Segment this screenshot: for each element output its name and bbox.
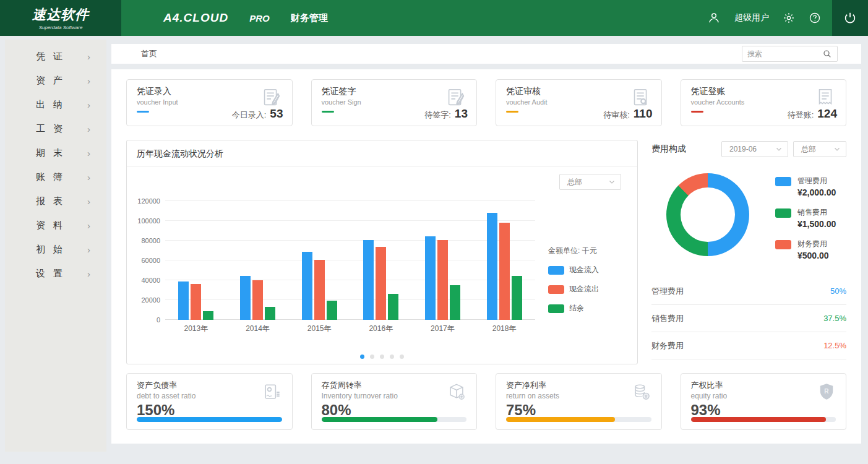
ratio-subtitle: equity ratio xyxy=(691,392,836,400)
sidebar-item-data[interactable]: 资料› xyxy=(5,213,106,238)
x-tick-label: 2015年 xyxy=(302,324,337,334)
expense-row-percent: 37.5% xyxy=(823,314,846,323)
month-select[interactable]: 2019-06 xyxy=(721,141,788,157)
breadcrumb-home[interactable]: 首页 xyxy=(141,48,157,59)
app-logo: 速达软件 Superdata Software xyxy=(0,0,121,36)
search-input[interactable] xyxy=(747,49,822,58)
legend-swatch xyxy=(548,285,564,294)
chevron-down-icon xyxy=(608,178,616,186)
settings-gear-icon[interactable] xyxy=(783,12,795,24)
sidebar-item-label: 设置 xyxy=(36,268,87,280)
branch-select[interactable]: 总部 xyxy=(559,174,621,190)
kpi-card-voucher-input[interactable]: 凭证录入 voucher Input 今日录入:53 xyxy=(126,79,293,126)
kpi-stat-value: 13 xyxy=(455,107,468,121)
chevron-right-icon: › xyxy=(87,148,90,158)
legend-amount: ¥1,500.00 xyxy=(797,219,836,229)
carousel-dot[interactable] xyxy=(380,354,384,359)
sidebar-item-period-end[interactable]: 期末› xyxy=(5,141,106,165)
x-tick-label: 2017年 xyxy=(425,324,460,334)
ratio-title: 资产负债率 xyxy=(137,380,282,391)
kpi-card-row: 凭证录入 voucher Input 今日录入:53 凭证签字 voucher … xyxy=(126,79,846,126)
x-axis-labels: 2013年2014年2015年2016年2017年2018年 xyxy=(165,324,535,334)
expense-row-finance: 财务费用 12.5% xyxy=(651,332,846,359)
middle-row: 历年现金流动状况分析 总部 02000040000600008000010000… xyxy=(126,140,846,364)
sidebar-item-label: 资产 xyxy=(36,75,87,87)
ratio-card-row: 资产负债率 debt to asset ratio 150% 存货周转率 Inv… xyxy=(126,373,846,430)
legend-item-outflow: 现金流出 xyxy=(548,284,622,294)
carousel-dot[interactable] xyxy=(370,354,374,359)
search-icon[interactable] xyxy=(822,49,832,59)
ratio-card-return-on-assets: 资产净利率 return on assets 75% xyxy=(496,373,662,430)
expense-row-percent: 12.5% xyxy=(823,341,846,350)
expense-row-percent: 50% xyxy=(830,286,846,296)
sidebar-item-payroll[interactable]: 工资› xyxy=(5,117,106,141)
breadcrumb-bar: 首页 xyxy=(111,44,861,64)
username-label[interactable]: 超级用户 xyxy=(734,12,769,24)
kpi-card-voucher-audit[interactable]: 凭证审核 voucher Audit 待审核:110 xyxy=(496,79,662,126)
expense-title: 费用构成 xyxy=(651,144,716,155)
legend-item-balance: 结余 xyxy=(548,303,622,314)
sidebar-item-label: 工资 xyxy=(36,123,87,135)
bar xyxy=(512,276,522,320)
search-box[interactable] xyxy=(742,46,838,62)
box-icon xyxy=(445,381,468,406)
chevron-right-icon: › xyxy=(87,196,90,207)
carousel-dots xyxy=(127,354,637,359)
legend-swatch xyxy=(775,177,791,186)
header-actions: 超级用户 xyxy=(707,0,832,36)
sidebar-item-settings[interactable]: 设置› xyxy=(5,262,106,286)
branch-select-value: 总部 xyxy=(567,177,582,187)
y-tick-label: 0 xyxy=(157,316,160,324)
bar xyxy=(437,240,448,320)
kpi-card-voucher-sign[interactable]: 凭证签字 voucher Sign 待签字:13 xyxy=(311,79,478,126)
legend-swatch xyxy=(775,208,791,218)
sidebar-item-label: 凭证 xyxy=(36,51,87,62)
carousel-dot[interactable] xyxy=(400,354,404,359)
sidebar-item-label: 期末 xyxy=(36,147,87,159)
bar-group xyxy=(240,201,275,320)
chevron-right-icon: › xyxy=(87,124,90,134)
ratio-title: 资产净利率 xyxy=(506,380,651,391)
bar xyxy=(302,252,312,320)
logout-power-button[interactable] xyxy=(832,0,868,36)
user-icon[interactable] xyxy=(707,11,721,25)
legend-label: 财务费用 xyxy=(797,239,829,249)
branch-select-2[interactable]: 总部 xyxy=(793,141,846,157)
sidebar-item-voucher[interactable]: 凭证› xyxy=(5,45,106,69)
donut-legend-item-finance: 财务费用 ¥500.00 xyxy=(775,239,836,260)
branch-select-value: 总部 xyxy=(801,144,816,155)
kpi-stat-label: 待登账: xyxy=(788,110,814,121)
logo-subtitle: Superdata Software xyxy=(39,25,83,30)
sidebar-item-account-books[interactable]: 账簿› xyxy=(5,165,106,189)
sidebar-item-assets[interactable]: 资产› xyxy=(5,69,106,93)
bar xyxy=(265,307,275,320)
certificate-icon xyxy=(261,381,283,406)
expense-row-label: 销售费用 xyxy=(651,313,684,324)
kpi-card-voucher-register[interactable]: 凭证登账 voucher Accounts 待登账:124 xyxy=(681,79,847,126)
carousel-dot[interactable] xyxy=(390,354,394,359)
sidebar-item-initial[interactable]: 初始› xyxy=(5,238,106,262)
chevron-right-icon: › xyxy=(87,51,90,62)
sidebar-item-label: 账簿 xyxy=(36,171,87,183)
chart-body: 总部 020000400006000080000100000120000 201… xyxy=(127,166,637,364)
ratio-value: 150% xyxy=(137,402,282,419)
chevron-right-icon: › xyxy=(87,75,90,86)
cashflow-chart-panel: 历年现金流动状况分析 总部 02000040000600008000010000… xyxy=(126,140,638,364)
sidebar-nav: 凭证› 资产› 出纳› 工资› 期末› 账簿› 报表› 资料› 初始› 设置› xyxy=(5,40,106,452)
sidebar-item-label: 报表 xyxy=(36,195,87,207)
sidebar-item-cashier[interactable]: 出纳› xyxy=(5,93,106,117)
carousel-dot[interactable] xyxy=(360,354,364,359)
help-icon[interactable] xyxy=(809,12,821,24)
sidebar-item-reports[interactable]: 报表› xyxy=(5,189,106,213)
donut-legend: 管理费用 ¥2,000.00 销售费用 ¥1,500.00 财务费用 ¥500.… xyxy=(775,173,836,260)
accent-dash xyxy=(137,111,149,113)
y-tick-label: 80000 xyxy=(141,237,160,244)
bar xyxy=(487,213,497,320)
x-tick-label: 2013年 xyxy=(179,324,213,334)
bar xyxy=(240,276,251,320)
legend-item-inflow: 现金流入 xyxy=(548,265,622,275)
legend-label: 销售费用 xyxy=(797,207,836,218)
kpi-stat-value: 110 xyxy=(634,107,653,121)
bar-group xyxy=(178,201,213,320)
legend-amount: ¥500.00 xyxy=(797,251,829,260)
